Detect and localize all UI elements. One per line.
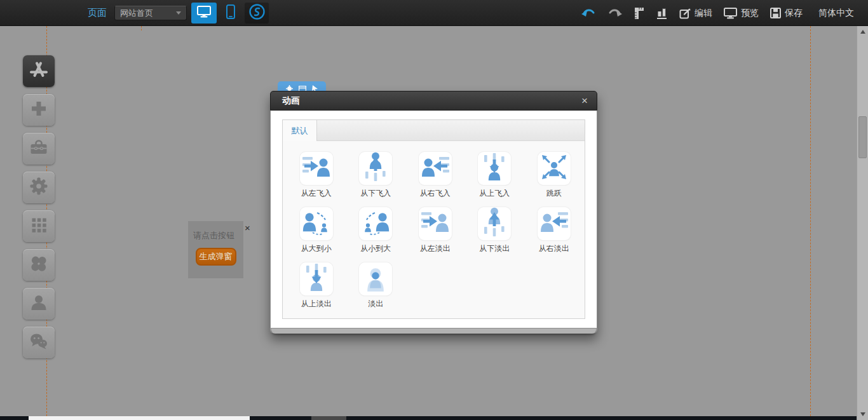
animation-label: 从上飞入 [479,188,510,199]
triangle-down-icon [860,412,865,416]
animation-tile[interactable] [419,152,452,185]
save-label: 保存 [785,8,803,19]
animation-tile[interactable] [300,262,333,295]
desktop-view-button[interactable] [191,3,217,24]
app-root: 页面 网站首页 [0,0,868,420]
animation-item-fade-out-bottom[interactable]: 从下淡出 [465,207,525,254]
edit-icon [679,8,691,19]
fade-out-left-icon [420,207,451,240]
language-label: 简体中文 [818,8,854,19]
link-circle-icon [248,3,266,23]
caret-down-icon [176,11,181,15]
animation-tile[interactable] [478,207,511,240]
big-to-small-icon [301,207,332,240]
preview-monitor-icon [724,8,737,19]
sidebar-item-apps[interactable] [23,55,55,87]
tab-default[interactable]: 默认 [283,120,317,141]
sidebar-item-toolbox[interactable] [23,133,55,165]
animation-item-fly-in-top[interactable]: 从上飞入 [465,152,525,199]
animation-label: 从左淡出 [420,243,451,254]
link-view-button[interactable] [245,3,269,24]
animation-tile[interactable] [300,207,333,240]
animation-item-fade-out-right[interactable]: 从右淡出 [524,207,584,254]
preview-button[interactable]: 预览 [718,0,764,26]
gear-icon [30,177,48,198]
toolbar-right-group: 编辑 预览 保存 简体中文 [576,0,863,26]
sidebar-item-add[interactable] [23,94,55,126]
language-switcher[interactable]: 简体中文 [808,0,863,26]
animation-item-fly-in-left[interactable]: 从左飞入 [287,152,346,199]
animation-tile[interactable] [359,207,392,240]
vertical-guide-mark [141,26,142,30]
sidebar-item-components[interactable] [23,249,55,281]
popup-delete-button[interactable]: × [245,223,250,233]
popup-widget[interactable]: 请点击按钮 生成弹窗 [188,221,243,278]
animation-item-fade-out-left[interactable]: 从左淡出 [405,207,465,254]
grid-icon [30,216,48,236]
tab-strip: 默认 [283,120,585,141]
generate-popup-button[interactable]: 生成弹窗 [196,248,236,266]
scroll-down-button[interactable] [857,410,868,419]
animation-item-jump[interactable]: 跳跃 [524,152,584,199]
animation-label: 从下淡出 [479,243,510,254]
page-label: 页面 [88,7,107,19]
animation-item-big-to-small[interactable]: 从大到小 [287,207,346,254]
modal-body: 默认 从左飞入从下飞入从右飞入从上飞入跳跃从大到小从小到大从左淡出从下淡出从右淡… [270,111,597,329]
animation-tile[interactable] [300,152,333,185]
animation-label: 跳跃 [546,188,562,199]
save-icon [770,8,781,18]
popup-prompt-text: 请点击按钮 [188,221,243,241]
animation-tile[interactable] [359,152,392,185]
animation-item-small-to-big[interactable]: 从小到大 [346,207,406,254]
animation-tile[interactable] [419,207,452,240]
app-store-icon [29,61,48,81]
animation-label: 从右淡出 [539,243,569,254]
sidebar [23,55,55,365]
redo-button[interactable] [602,0,628,26]
modal-close-button[interactable]: × [581,95,588,106]
edit-button[interactable]: 编辑 [674,0,718,26]
animation-tile[interactable] [359,262,392,295]
page-select-dropdown[interactable]: 网站首页 [114,6,187,20]
mobile-view-button[interactable] [221,3,240,24]
sidebar-item-wechat[interactable] [23,327,55,358]
jump-icon [539,152,569,185]
small-to-big-icon [360,207,391,240]
animation-item-fade-out-top[interactable]: 从上淡出 [287,262,346,309]
modal-bottom-edge [271,329,596,334]
animation-modal: 动画 × 默认 从左飞入从下飞入从右飞入从上飞入跳跃从大到小从小到大从左淡出从下… [270,91,597,334]
scroll-up-button[interactable] [857,27,868,36]
save-button[interactable]: 保存 [764,0,808,26]
fly-in-left-icon [301,152,332,185]
modal-header[interactable]: 动画 × [270,91,597,111]
fade-out-bottom-icon [479,207,510,240]
animation-label: 从小到大 [360,243,391,254]
animation-tile[interactable] [478,152,511,185]
fade-out-top-icon [301,262,332,295]
phone-icon [226,4,235,22]
sidebar-item-settings[interactable] [23,172,55,203]
top-toolbar: 页面 网站首页 [0,0,868,26]
fly-in-right-icon [420,152,451,185]
animation-tile[interactable] [538,207,571,240]
undo-button[interactable] [576,0,602,26]
wechat-icon [29,333,48,352]
sidebar-item-modules[interactable] [23,210,55,242]
vertical-scrollbar[interactable] [857,26,868,420]
animation-label: 淡出 [368,299,383,309]
animation-label: 从左飞入 [301,188,332,199]
vertical-guide-line [810,26,811,416]
toolbox-icon [29,139,48,158]
scrollbar-thumb[interactable] [858,116,867,158]
animation-item-fly-in-right[interactable]: 从右飞入 [405,152,465,199]
ruler-button[interactable] [628,0,651,26]
animation-label: 从上淡出 [301,299,332,309]
animation-item-fly-in-bottom[interactable]: 从下飞入 [346,152,406,199]
stats-button[interactable] [651,0,674,26]
redo-icon [607,8,622,18]
sidebar-item-user[interactable] [23,288,55,320]
animation-item-fade-out[interactable]: 淡出 [346,262,406,309]
page-bottom-strip [0,416,857,420]
tab-content: 从左飞入从下飞入从右飞入从上飞入跳跃从大到小从小到大从左淡出从下淡出从右淡出从上… [283,141,585,318]
animation-tile[interactable] [538,152,571,185]
